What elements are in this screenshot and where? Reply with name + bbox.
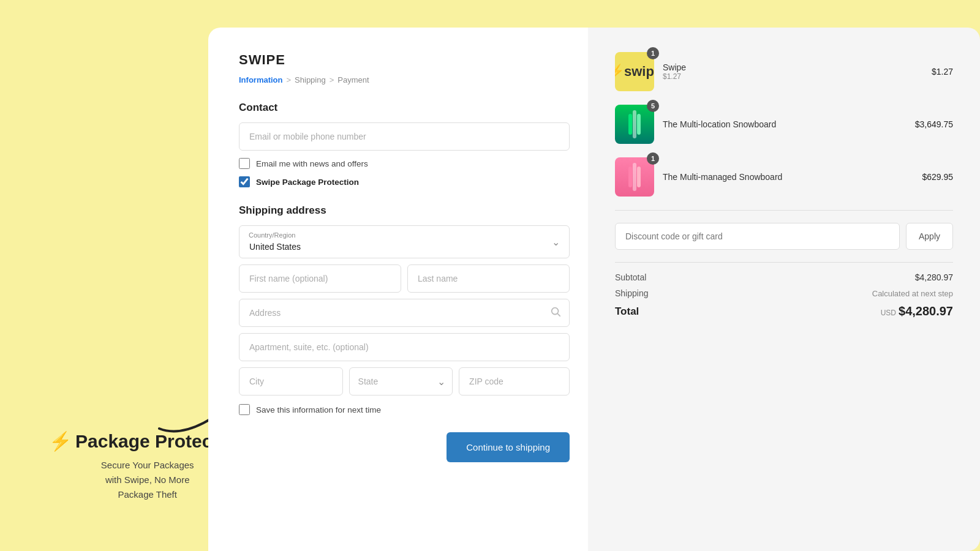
email-field[interactable] [239,122,570,151]
checkout-panel: SWIPE Information > Shipping > Payment C… [208,28,600,551]
svg-rect-3 [633,110,636,138]
subtotal-value: $4,280.97 [915,272,953,282]
subtotal-label: Subtotal [615,272,646,282]
discount-input[interactable] [615,223,900,250]
shipping-label: Shipping [615,288,649,298]
item-badge-sb2: 1 [647,152,659,165]
newsletter-checkbox[interactable] [239,158,250,169]
shipping-value: Calculated at next step [872,289,953,298]
order-item-swipe: ⚡swipe 1 Swipe $1.27 $1.27 [615,52,953,91]
item-name-swipe: Swipe [663,62,923,72]
address-wrapper [239,299,570,327]
item-price-sb2: $629.95 [922,172,953,182]
total-currency: USD [881,309,896,317]
country-wrapper: Country/Region United States ⌄ [239,225,570,258]
item-details-sb1: The Multi-location Snowboard [663,119,907,129]
svg-rect-6 [633,163,636,191]
order-items-list: ⚡swipe 1 Swipe $1.27 $1.27 [615,52,953,197]
item-price-swipe: $1.27 [932,67,953,77]
shipping-section: Shipping address Country/Region United S… [239,204,570,395]
totals-section: Subtotal $4,280.97 Shipping Calculated a… [615,272,953,318]
items-divider [615,210,953,211]
item-image-wrapper-swipe: ⚡swipe 1 [615,52,654,91]
city-state-zip-row: State Alabama California New York Texas … [239,367,570,395]
apply-button[interactable]: Apply [906,223,953,250]
order-item-snowboard2: 1 The Multi-managed Snowboard $629.95 [615,157,953,197]
item-badge-sb1: 5 [647,100,659,112]
item-image-swipe: ⚡swipe [615,52,654,91]
apartment-field[interactable] [239,333,570,361]
breadcrumb-information[interactable]: Information [239,75,283,84]
svg-rect-4 [628,114,632,135]
item-price-sb1: $3,649.75 [915,119,953,129]
discount-row: Apply [615,223,953,250]
promo-line1: Secure Your Packages [101,460,194,470]
item-image-sb1 [615,105,654,144]
name-row [239,264,570,293]
package-protection-label[interactable]: Swipe Package Protection [256,178,359,187]
continue-shipping-button[interactable]: Continue to shipping [447,432,570,462]
shipping-section-title: Shipping address [239,204,570,217]
save-info-row: Save this information for next time [239,404,570,415]
breadcrumb-payment[interactable]: Payment [337,75,369,84]
shipping-row: Shipping Calculated at next step [615,288,953,298]
svg-rect-8 [637,167,641,187]
breadcrumb-sep2: > [330,75,334,84]
promo-line2: with Swipe, No More [105,474,190,485]
item-price-sub-swipe: $1.27 [663,72,923,81]
item-image-wrapper-sb1: 5 [615,105,654,144]
grand-total-row: Total USD$4,280.97 [615,304,953,318]
item-image-wrapper-sb2: 1 [615,157,654,197]
state-select[interactable]: State Alabama California New York Texas [349,367,453,395]
newsletter-label[interactable]: Email me with news and offers [256,159,368,168]
total-value: USD$4,280.97 [881,304,953,318]
save-info-label[interactable]: Save this information for next time [256,405,381,414]
total-label: Total [615,305,639,318]
swipe-logo-text: ⚡swipe [615,64,654,80]
brand-name: SWIPE [239,52,570,68]
zip-field[interactable] [459,367,570,395]
item-details-sb2: The Multi-managed Snowboard [663,172,913,182]
promo-line3: Package Theft [118,489,176,500]
contact-section-title: Contact [239,102,570,114]
state-wrapper: State Alabama California New York Texas … [349,367,453,395]
save-info-checkbox[interactable] [239,404,250,415]
subtotal-row: Subtotal $4,280.97 [615,272,953,282]
newsletter-row: Email me with news and offers [239,158,570,169]
item-name-sb2: The Multi-managed Snowboard [663,172,913,182]
svg-rect-5 [637,114,641,135]
svg-rect-7 [628,167,632,187]
svg-line-2 [557,313,560,316]
item-badge-swipe: 1 [647,47,659,59]
item-name-sb1: The Multi-location Snowboard [663,119,907,129]
breadcrumb: Information > Shipping > Payment [239,75,570,84]
item-image-sb2 [615,157,654,197]
breadcrumb-shipping[interactable]: Shipping [295,75,326,84]
package-protection-checkbox[interactable] [239,176,250,187]
address-field[interactable] [239,299,570,327]
country-select[interactable]: United States [239,225,570,258]
order-summary-panel: ⚡swipe 1 Swipe $1.27 $1.27 [588,28,980,551]
package-protection-row: Swipe Package Protection [239,176,570,187]
first-name-field[interactable] [239,264,401,293]
address-search-icon [550,306,561,320]
total-amount: $4,280.97 [899,304,953,318]
promo-icon: ⚡ [49,430,72,452]
discount-divider [615,262,953,263]
city-field[interactable] [239,367,343,395]
last-name-field[interactable] [407,264,570,293]
item-details-swipe: Swipe $1.27 [663,62,923,81]
breadcrumb-sep1: > [287,75,292,84]
order-item-snowboard1: 5 The Multi-location Snowboard $3,649.75 [615,105,953,144]
